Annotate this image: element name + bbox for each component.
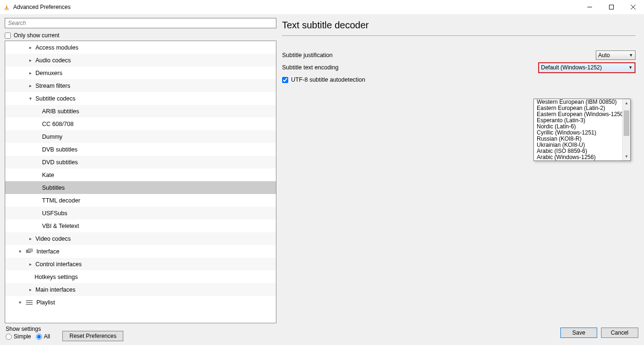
window-title: Advanced Preferences [13,4,70,10]
tree-item[interactable]: Dummy [5,130,276,143]
encoding-combo[interactable]: Default (Windows-1252) ▼ [538,62,635,73]
tree-item[interactable]: Subtitles [5,181,276,194]
chevron-right-icon[interactable]: ▸ [27,236,34,241]
encoding-value: Default (Windows-1252) [541,64,602,71]
chevron-right-icon[interactable]: ▸ [27,287,34,292]
show-all-radio[interactable]: All [36,333,50,340]
tree-item-label: Subtitle codecs [35,95,76,102]
section-divider [282,35,635,36]
tree-item-label: DVD subtitles [42,159,78,166]
tree-item-label: Interface [36,248,60,255]
dropdown-scrollbar[interactable]: ▲ ▼ [622,99,630,160]
tree-item[interactable]: USFSubs [5,207,276,219]
tree-item-label: Subtitles [42,185,65,191]
minimize-button[interactable] [579,0,601,14]
tree-item[interactable]: ARIB subtitles [5,105,276,118]
interface-icon [25,248,34,255]
chevron-down-icon[interactable]: ▾ [17,249,23,254]
tree-item-label: VBI & Teletext [42,223,79,229]
scroll-up-icon[interactable]: ▲ [623,99,630,107]
search-input[interactable] [5,18,276,28]
tree-item-label: Video codecs [35,236,71,242]
tree-item[interactable]: ▸Audio codecs [5,54,276,67]
show-simple-radio[interactable]: Simple [6,333,31,340]
chevron-right-icon[interactable]: ▸ [27,83,34,88]
playlist-icon [25,299,34,306]
tree-item-label: Control interfaces [35,261,82,268]
tree-item-label: DVB subtitles [42,146,77,153]
tree-item[interactable]: TTML decoder [5,194,276,207]
close-button[interactable] [622,0,644,14]
only-show-current-checkbox[interactable]: Only show current [5,32,276,39]
tree-item[interactable]: ▸Demuxers [5,67,276,79]
utf8-autodetect-checkbox[interactable] [282,77,288,83]
scroll-thumb[interactable] [624,110,629,136]
tree-item-label: Playlist [36,299,55,306]
titlebar: Advanced Preferences [0,0,644,14]
chevron-right-icon[interactable]: ▸ [27,45,34,50]
tree-item[interactable]: Kate [5,168,276,181]
tree-item-label: TTML decoder [42,197,80,204]
save-button[interactable]: Save [560,328,597,338]
encoding-option[interactable]: Arabic (Windows-1256) [534,154,630,160]
tree-item[interactable]: ▸Control interfaces [5,258,276,270]
chevron-right-icon[interactable]: ▸ [27,58,34,63]
tree-item-label: Audio codecs [35,57,71,64]
only-show-current-label: Only show current [14,32,60,39]
maximize-button[interactable] [601,0,622,14]
justification-value: Auto [598,52,610,59]
show-settings-label: Show settings [6,326,50,332]
tree-item[interactable]: ▾Playlist [5,296,276,309]
tree-item-label: Demuxers [35,70,62,76]
tree-item-label: Dummy [42,134,62,140]
tree-item-label: Main interfaces [35,286,76,293]
tree-item[interactable]: CC 608/708 [5,118,276,130]
tree-item-label: Hotkeys settings [34,274,78,280]
tree-item[interactable]: ▾Interface [5,245,276,258]
svg-rect-6 [28,249,33,252]
tree-item[interactable]: DVD subtitles [5,156,276,168]
tree-item-label: USFSubs [42,210,68,217]
reset-preferences-button[interactable]: Reset Preferences [62,331,123,341]
tree-item[interactable]: ▸Video codecs [5,232,276,245]
tree-item[interactable]: ▸Stream filters [5,79,276,92]
tree-item[interactable]: ▸Access modules [5,41,276,54]
chevron-right-icon[interactable]: ▸ [27,70,34,76]
tree-item[interactable]: ▸Main interfaces [5,283,276,296]
chevron-down-icon[interactable]: ▾ [17,300,23,305]
cancel-button[interactable]: Cancel [601,328,638,338]
svg-rect-2 [610,5,614,9]
tree-item-label: Stream filters [35,83,70,89]
utf8-autodetect-label: UTF-8 subtitle autodetection [291,76,365,83]
tree-item[interactable]: DVB subtitles [5,143,276,156]
svg-rect-0 [5,8,9,10]
tree-item[interactable]: ▾Subtitle codecs [5,92,276,105]
scroll-down-icon[interactable]: ▼ [623,152,630,160]
chevron-right-icon[interactable]: ▸ [27,261,34,267]
app-icon [3,3,10,11]
preferences-tree[interactable]: ▸Access modules▸Audio codecs▸Demuxers▸St… [5,41,276,323]
tree-item-label: Access modules [35,44,78,51]
encoding-label: Subtitle text encoding [282,64,538,71]
chevron-down-icon[interactable]: ▾ [27,96,34,101]
tree-item[interactable]: VBI & Teletext [5,219,276,232]
encoding-dropdown-list[interactable]: Western European (IBM 00850)Eastern Euro… [533,99,631,161]
tree-item[interactable]: Hotkeys settings [5,270,276,283]
tree-item-label: CC 608/708 [42,121,74,127]
chevron-down-icon: ▼ [629,53,633,58]
tree-item-label: ARIB subtitles [42,108,79,115]
chevron-down-icon: ▼ [628,65,633,70]
justification-label: Subtitle justification [282,52,596,59]
section-title: Text subtitle decoder [282,18,635,35]
justification-combo[interactable]: Auto ▼ [596,50,635,60]
tree-item-label: Kate [42,172,54,178]
only-show-current-input[interactable] [5,33,11,39]
